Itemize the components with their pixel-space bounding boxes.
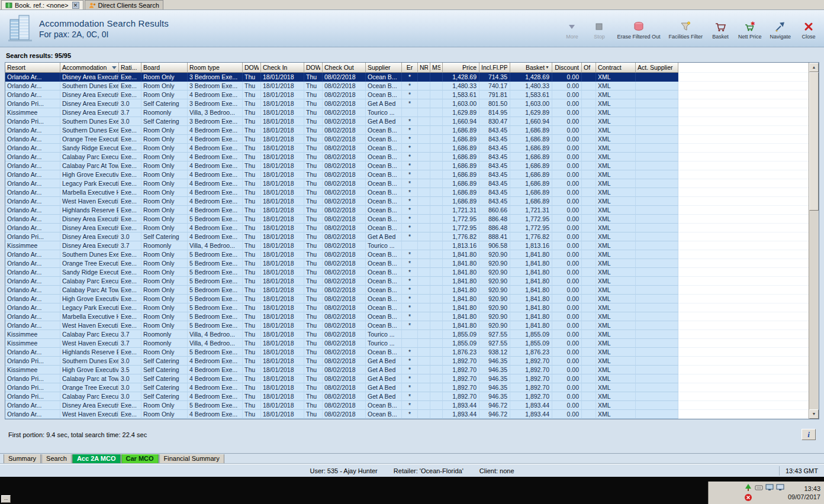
table-row[interactable]: Orlando Ar...High Grove Executiv...Exe..… (5, 170, 809, 179)
table-row[interactable]: KissimmeeDisney Area Executive3.7Roomonl… (5, 108, 809, 117)
bottom-tab-summary[interactable]: Summary (4, 454, 41, 464)
nett-price-button[interactable]: ✱Nett Price (738, 21, 762, 40)
tray-keyboard-icon[interactable] (755, 483, 763, 493)
table-row[interactable]: Orlando Ar...Sandy Ridge Executi...Exe..… (5, 268, 809, 277)
table-row[interactable]: Orlando Ar...Marbella Executive H...Exe.… (5, 312, 809, 321)
table-row[interactable]: Orlando Ar...Calabay Parc At Tow...Exe..… (5, 161, 809, 170)
tray-network-error-icon[interactable] (744, 493, 752, 503)
column-header[interactable]: Room type (188, 63, 243, 73)
search-timing-text: First portion: 9.4 sec, total search tim… (8, 431, 147, 438)
table-row[interactable]: Orlando Ar...Highlands Reserve E...Exe..… (5, 348, 809, 357)
table-row[interactable]: Orlando Ar...Southern Dunes Exe...Exe...… (5, 250, 809, 259)
column-header[interactable]: DOW (243, 63, 261, 73)
grid-cell: 0.00 (552, 401, 582, 410)
column-header[interactable]: Act. Supplier (636, 63, 678, 73)
table-row[interactable]: Orlando Ar...Disney Area Executiv...Exe.… (5, 91, 809, 99)
table-row[interactable]: Orlando Ar...Southern Dunes Exe...Exe...… (5, 126, 809, 135)
column-header[interactable]: Accommodation (60, 63, 119, 73)
table-row[interactable]: Orlando Ar...Southern Dunes Exe...Exe...… (5, 82, 809, 91)
grid-cell: Tourico ... (366, 339, 402, 348)
facilities-filter-button[interactable]: Facilities Filter (668, 21, 703, 40)
table-row[interactable]: Orlando Ar...Disney Area Executiv...Exe.… (5, 73, 809, 82)
column-header[interactable]: Er (402, 63, 418, 73)
row-filler (678, 126, 809, 135)
basket-button[interactable]: Basket (711, 21, 730, 40)
table-row[interactable]: Orlando Pri...Disney Area Executiv...3.0… (5, 232, 809, 241)
column-header[interactable]: NR (418, 63, 430, 73)
tab-close-icon[interactable]: ✕ (72, 2, 79, 9)
table-row[interactable]: Orlando Ar...Orange Tree Executi...Exe..… (5, 259, 809, 268)
column-header[interactable]: MS (430, 63, 443, 73)
grid-cell (636, 215, 678, 224)
grid-cell: 5 Bedroom Exe... (188, 321, 243, 330)
vertical-scrollbar[interactable]: ▲ ▼ (809, 63, 819, 419)
column-header[interactable]: Incl.Fl.PP (479, 63, 510, 73)
table-row[interactable]: Orlando Ar...Calabay Parc Executi...Exe.… (5, 277, 809, 286)
scrollbar-thumb[interactable] (809, 72, 819, 211)
column-header[interactable]: Price (443, 63, 479, 73)
table-row[interactable]: Orlando Ar...West Haven Executi...Exe...… (5, 410, 809, 419)
table-row[interactable]: Orlando Ar...West Haven Executi...Exe...… (5, 197, 809, 206)
column-header[interactable]: Of (582, 63, 596, 73)
filter-icon[interactable] (112, 66, 117, 69)
tray-app-icon[interactable] (744, 483, 752, 493)
column-header[interactable]: Board (141, 63, 188, 73)
scroll-up-icon[interactable]: ▲ (809, 63, 819, 72)
table-row[interactable]: Orlando Ar...Legacy Park Executiv...Exe.… (5, 179, 809, 188)
table-row[interactable]: KissimmeeHigh Grove Executiv...3.5Self C… (5, 366, 809, 374)
table-row[interactable]: Orlando Pri...Calabay Parc at Tow...3.0S… (5, 374, 809, 383)
info-button[interactable]: i (802, 429, 816, 440)
taskbar-overflow-button[interactable]: ... (1, 495, 11, 503)
table-row[interactable]: Orlando Pri...Calabay Parc Executi...3.0… (5, 392, 809, 401)
table-row[interactable]: KissimmeeDisney Area Executive3.7Roomonl… (5, 241, 809, 250)
table-row[interactable]: KissimmeeCalabay Parc Executi...3.7Roomo… (5, 330, 809, 339)
column-header[interactable]: Check In (261, 63, 304, 73)
table-row[interactable]: Orlando Pri...Disney Area Executiv...3.0… (5, 99, 809, 108)
table-row[interactable]: Orlando Ar...Calabay Parc At Tow...Exe..… (5, 286, 809, 295)
grid-cell: * (402, 91, 418, 99)
table-row[interactable]: Orlando Pri...Orange Tree Executi...3.0S… (5, 383, 809, 392)
table-row[interactable]: Orlando Ar...High Grove Executiv...Exe..… (5, 295, 809, 303)
tray-display2-icon[interactable] (776, 483, 784, 493)
scroll-down-icon[interactable]: ▼ (809, 409, 819, 419)
table-row[interactable]: Orlando Ar...Highlands Reserve E...Exe..… (5, 206, 809, 215)
erase-filtered-out-button[interactable]: Erase Filtered Out (617, 21, 660, 40)
bottom-tab-acc-2a-mco[interactable]: Acc 2A MCO (72, 454, 121, 464)
grid-cell (582, 224, 596, 232)
table-row[interactable]: Orlando Ar...Legacy Park Executiv...Exe.… (5, 303, 809, 312)
column-header[interactable]: Rati... (119, 63, 141, 73)
table-row[interactable]: Orlando Ar...Orange Tree Executi...Exe..… (5, 135, 809, 144)
table-row[interactable]: Orlando Pri...Southern Dunes Exe...3.0Se… (5, 357, 809, 366)
column-header[interactable]: Supplier (366, 63, 402, 73)
column-header[interactable]: Basket▼ (510, 63, 552, 73)
column-header-label: NR (420, 63, 428, 72)
column-header[interactable]: Contract (596, 63, 636, 73)
table-row[interactable]: Orlando Ar...Disney Area Executiv...Exe.… (5, 401, 809, 410)
grid-cell: 08/02/2018 (323, 259, 366, 268)
taskbar-clock[interactable]: 13:43 09/07/2017 (788, 484, 820, 501)
table-row[interactable]: Orlando Ar...Calabay Parc Executi...Exe.… (5, 153, 809, 161)
table-row[interactable]: Orlando Pri...Southern Dunes Exe...3.0Se… (5, 117, 809, 126)
grid-cell: 0.00 (552, 135, 582, 144)
column-header[interactable]: Check Out (323, 63, 366, 73)
table-row[interactable]: KissimmeeWest Haven Executi...3.7Roomonl… (5, 339, 809, 348)
bottom-tab-financial-summary[interactable]: Financial Summary (159, 454, 224, 464)
column-header[interactable]: Discount (552, 63, 582, 73)
table-row[interactable]: Orlando Ar...Disney Area Executiv...Exe.… (5, 224, 809, 232)
grid-cell: 3 Bedroom Exe... (188, 82, 243, 91)
grid-cell (430, 392, 443, 401)
bottom-tab-search[interactable]: Search (41, 454, 72, 464)
column-header[interactable]: Resort (5, 63, 60, 73)
table-row[interactable]: Orlando Ar...Marbella Executive H...Exe.… (5, 188, 809, 197)
bottom-tab-car-mco[interactable]: Car MCO (121, 454, 159, 464)
tab-direct-clients-search[interactable]: Direct Clients Search (85, 0, 163, 9)
table-row[interactable]: Orlando Ar...West Haven Executi...Exe...… (5, 321, 809, 330)
column-header[interactable]: DOW (304, 63, 323, 73)
tab-book-ref[interactable]: Book. ref.: <none> ✕ (1, 0, 83, 9)
table-row[interactable]: Orlando Ar...Sandy Ridge Executi...Exe..… (5, 144, 809, 153)
table-row[interactable]: Orlando Ar...Disney Area Executiv...Exe.… (5, 215, 809, 224)
grid-cell: 1,841.80 (443, 295, 479, 303)
tray-display-icon[interactable] (765, 483, 774, 493)
navigate-button[interactable]: Navigate (770, 21, 791, 40)
close-button[interactable]: Close (799, 21, 818, 40)
